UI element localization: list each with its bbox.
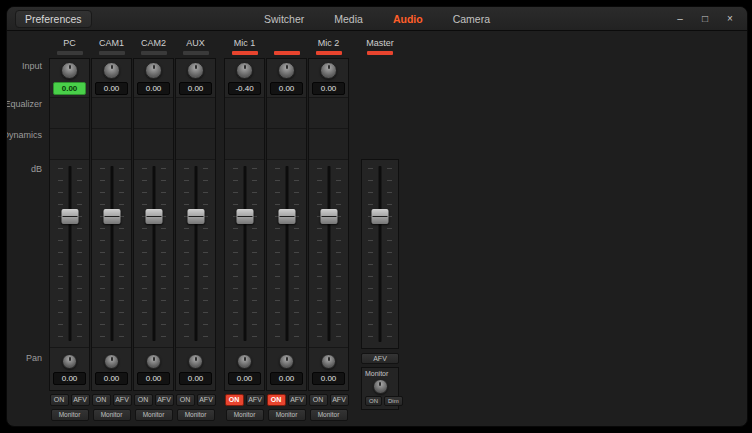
monitor-button[interactable]: Monitor — [310, 409, 348, 421]
monitor-button[interactable]: Monitor — [177, 409, 215, 421]
master-afv-button[interactable]: AFV — [361, 353, 399, 364]
channel-panel: 0.00 0.00 — [91, 58, 132, 391]
fader-section — [362, 160, 398, 348]
fader-handle[interactable] — [372, 209, 389, 224]
fader-ticks — [387, 168, 392, 340]
fader-groove — [68, 166, 71, 341]
input-gain-knob[interactable] — [320, 62, 337, 79]
monitor-button[interactable]: Monitor — [135, 409, 173, 421]
volume-fader[interactable] — [142, 165, 166, 342]
afv-button[interactable]: AFV — [330, 394, 349, 406]
fader-handle[interactable] — [320, 209, 337, 224]
pan-value: 0.00 — [53, 372, 86, 385]
afv-button[interactable]: AFV — [155, 394, 174, 406]
fader-handle[interactable] — [187, 209, 204, 224]
channel-strip: Mic 2 0.00 — [308, 37, 349, 421]
level-meter — [141, 51, 167, 55]
input-gain-knob[interactable] — [187, 62, 204, 79]
afv-button[interactable]: AFV — [288, 394, 307, 406]
volume-fader[interactable] — [317, 165, 341, 342]
channel-buttons: ON AFV — [308, 394, 349, 406]
on-button[interactable]: ON — [134, 394, 153, 406]
spacer — [361, 58, 399, 159]
minimize-icon[interactable]: – — [673, 13, 687, 24]
afv-button[interactable]: AFV — [246, 394, 265, 406]
channel-panel: -0.40 0.00 — [224, 58, 265, 391]
input-gain-knob[interactable] — [145, 62, 162, 79]
volume-fader[interactable] — [100, 165, 124, 342]
master-fader[interactable] — [368, 165, 392, 343]
monitor-dim-button[interactable]: Dim — [384, 396, 403, 406]
on-button[interactable]: ON — [92, 394, 111, 406]
input-gain-knob[interactable] — [236, 62, 253, 79]
pan-knob[interactable] — [188, 354, 203, 369]
on-button[interactable]: ON — [225, 394, 244, 406]
pan-value: 0.00 — [95, 372, 128, 385]
pan-label: Pan — [26, 353, 42, 363]
preferences-button[interactable]: Preferences — [15, 10, 92, 28]
afv-button[interactable]: AFV — [113, 394, 132, 406]
tab-switcher[interactable]: Switcher — [262, 11, 306, 27]
monitor-on-button[interactable]: ON — [365, 396, 382, 406]
on-button[interactable]: ON — [50, 394, 69, 406]
monitor-button[interactable]: Monitor — [51, 409, 89, 421]
input-gain-knob[interactable] — [61, 62, 78, 79]
fader-ticks — [100, 168, 105, 339]
input-gain-value: 0.00 — [95, 82, 128, 95]
monitor-button[interactable]: Monitor — [268, 409, 306, 421]
fader-ticks — [58, 168, 63, 339]
pan-knob[interactable] — [237, 354, 252, 369]
pan-knob[interactable] — [104, 354, 119, 369]
pan-section: 0.00 — [176, 348, 215, 390]
input-gain-knob[interactable] — [103, 62, 120, 79]
channel-name — [266, 37, 307, 49]
pan-knob[interactable] — [62, 354, 77, 369]
pan-knob[interactable] — [321, 354, 336, 369]
dynamics-section — [309, 129, 348, 160]
pan-knob[interactable] — [146, 354, 161, 369]
channel-strip: CAM2 0.00 — [133, 37, 174, 421]
master-strip: Master AFV Monitor ON Dim — [361, 37, 399, 410]
fader-handle[interactable] — [103, 209, 120, 224]
tab-camera[interactable]: Camera — [451, 11, 492, 27]
tab-media[interactable]: Media — [332, 11, 365, 27]
input-label: Input — [22, 61, 42, 71]
fader-ticks — [294, 168, 299, 339]
monitor-knob[interactable] — [373, 379, 388, 394]
volume-fader[interactable] — [58, 165, 82, 342]
on-button[interactable]: ON — [176, 394, 195, 406]
fader-ticks — [368, 168, 373, 340]
close-icon[interactable]: × — [723, 13, 737, 24]
maximize-icon[interactable]: □ — [698, 13, 712, 24]
volume-fader[interactable] — [233, 165, 257, 342]
dynamics-section — [267, 129, 306, 160]
fader-section — [176, 160, 215, 348]
fader-groove — [243, 166, 246, 341]
dynamics-section — [50, 129, 89, 160]
fader-handle[interactable] — [236, 209, 253, 224]
pan-section: 0.00 — [267, 348, 306, 390]
section-labels: Input Equalizer Dynamics dB Pan — [7, 37, 49, 422]
on-button[interactable]: ON — [309, 394, 328, 406]
fader-handle[interactable] — [145, 209, 162, 224]
channel-strip: PC 0.00 — [49, 37, 90, 421]
afv-button[interactable]: AFV — [71, 394, 90, 406]
monitor-button[interactable]: Monitor — [93, 409, 131, 421]
level-meter — [99, 51, 125, 55]
monitor-section: Monitor ON Dim — [361, 367, 399, 410]
volume-fader[interactable] — [184, 165, 208, 342]
volume-fader[interactable] — [275, 165, 299, 342]
fader-handle[interactable] — [278, 209, 295, 224]
pan-knob[interactable] — [279, 354, 294, 369]
fader-handle[interactable] — [61, 209, 78, 224]
equalizer-section — [267, 98, 306, 129]
afv-button[interactable]: AFV — [197, 394, 216, 406]
input-gain-value: 0.00 — [179, 82, 212, 95]
input-gain-knob[interactable] — [278, 62, 295, 79]
pan-section: 0.00 — [50, 348, 89, 390]
on-button[interactable]: ON — [267, 394, 286, 406]
input-gain-value: 0.00 — [137, 82, 170, 95]
monitor-button[interactable]: Monitor — [226, 409, 264, 421]
tab-audio[interactable]: Audio — [391, 11, 425, 27]
channel-name: AUX — [175, 37, 216, 49]
